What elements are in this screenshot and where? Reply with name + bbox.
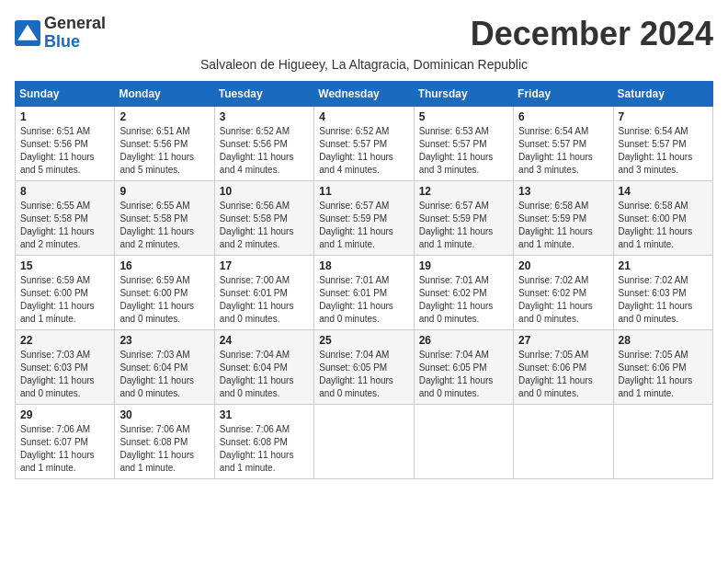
day-info: Sunrise: 7:04 AMSunset: 6:05 PMDaylight:… — [419, 350, 494, 398]
location-subtitle: Salvaleon de Higueey, La Altagracia, Dom… — [15, 57, 713, 72]
day-header-tuesday: Tuesday — [214, 82, 313, 107]
day-info: Sunrise: 6:57 AMSunset: 5:59 PMDaylight:… — [419, 201, 494, 249]
day-number: 17 — [220, 259, 309, 272]
day-info: Sunrise: 6:55 AMSunset: 5:58 PMDaylight:… — [119, 201, 194, 249]
day-info: Sunrise: 7:05 AMSunset: 6:06 PMDaylight:… — [518, 350, 593, 398]
day-number: 24 — [220, 334, 309, 347]
day-header-wednesday: Wednesday — [314, 82, 414, 107]
calendar-cell: 3 Sunrise: 6:52 AMSunset: 5:56 PMDayligh… — [214, 107, 313, 181]
day-header-monday: Monday — [115, 82, 214, 107]
day-info: Sunrise: 6:52 AMSunset: 5:56 PMDaylight:… — [220, 126, 294, 175]
calendar-cell: 12 Sunrise: 6:57 AMSunset: 5:59 PMDaylig… — [414, 181, 513, 256]
day-number: 14 — [619, 185, 708, 198]
day-number: 10 — [220, 185, 309, 198]
day-info: Sunrise: 7:02 AMSunset: 6:02 PMDaylight:… — [518, 275, 593, 324]
calendar-cell: 1 Sunrise: 6:51 AMSunset: 5:56 PMDayligh… — [16, 107, 115, 181]
day-number: 27 — [518, 334, 608, 347]
page-header: General Blue December 2024 — [15, 15, 713, 53]
day-number: 31 — [220, 408, 309, 421]
day-number: 5 — [419, 110, 508, 123]
day-info: Sunrise: 6:59 AMSunset: 6:00 PMDaylight:… — [119, 275, 194, 324]
calendar-cell — [314, 405, 414, 479]
day-info: Sunrise: 6:51 AMSunset: 5:56 PMDaylight:… — [119, 126, 194, 175]
calendar-cell — [414, 405, 513, 479]
day-info: Sunrise: 6:56 AMSunset: 5:58 PMDaylight:… — [220, 201, 294, 249]
calendar-cell: 25 Sunrise: 7:04 AMSunset: 6:05 PMDaylig… — [314, 330, 414, 405]
calendar-cell: 23 Sunrise: 7:03 AMSunset: 6:04 PMDaylig… — [115, 330, 214, 405]
day-number: 26 — [419, 334, 508, 347]
day-info: Sunrise: 6:59 AMSunset: 6:00 PMDaylight:… — [20, 275, 95, 324]
day-number: 7 — [619, 110, 708, 123]
calendar-cell: 5 Sunrise: 6:53 AMSunset: 5:57 PMDayligh… — [414, 107, 513, 181]
day-info: Sunrise: 6:53 AMSunset: 5:57 PMDaylight:… — [419, 126, 494, 175]
day-info: Sunrise: 7:06 AMSunset: 6:08 PMDaylight:… — [119, 424, 194, 473]
calendar-cell: 15 Sunrise: 6:59 AMSunset: 6:00 PMDaylig… — [16, 256, 115, 330]
calendar-cell: 7 Sunrise: 6:54 AMSunset: 5:57 PMDayligh… — [613, 107, 712, 181]
calendar-week-4: 22 Sunrise: 7:03 AMSunset: 6:03 PMDaylig… — [16, 330, 713, 405]
calendar-cell: 9 Sunrise: 6:55 AMSunset: 5:58 PMDayligh… — [115, 181, 214, 256]
day-info: Sunrise: 7:01 AMSunset: 6:01 PMDaylight:… — [319, 275, 393, 324]
calendar-cell: 26 Sunrise: 7:04 AMSunset: 6:05 PMDaylig… — [414, 330, 513, 405]
calendar-cell: 31 Sunrise: 7:06 AMSunset: 6:08 PMDaylig… — [214, 405, 313, 479]
day-number: 29 — [20, 408, 109, 421]
calendar-cell: 11 Sunrise: 6:57 AMSunset: 5:59 PMDaylig… — [314, 181, 414, 256]
calendar-cell: 8 Sunrise: 6:55 AMSunset: 5:58 PMDayligh… — [16, 181, 115, 256]
day-info: Sunrise: 7:05 AMSunset: 6:06 PMDaylight:… — [619, 350, 693, 398]
calendar-header-row: SundayMondayTuesdayWednesdayThursdayFrid… — [16, 82, 713, 107]
calendar-cell: 17 Sunrise: 7:00 AMSunset: 6:01 PMDaylig… — [214, 256, 313, 330]
calendar-cell: 28 Sunrise: 7:05 AMSunset: 6:06 PMDaylig… — [613, 330, 712, 405]
day-number: 21 — [619, 259, 708, 272]
day-number: 11 — [319, 185, 408, 198]
day-header-friday: Friday — [514, 82, 613, 107]
day-info: Sunrise: 6:58 AMSunset: 5:59 PMDaylight:… — [518, 201, 593, 249]
day-number: 15 — [20, 259, 109, 272]
day-number: 3 — [220, 110, 309, 123]
calendar-cell: 6 Sunrise: 6:54 AMSunset: 5:57 PMDayligh… — [514, 107, 613, 181]
day-number: 30 — [119, 408, 209, 421]
day-info: Sunrise: 6:52 AMSunset: 5:57 PMDaylight:… — [319, 126, 393, 175]
logo-icon — [15, 20, 40, 46]
day-number: 12 — [419, 185, 508, 198]
calendar-cell: 24 Sunrise: 7:04 AMSunset: 6:04 PMDaylig… — [214, 330, 313, 405]
calendar-cell: 4 Sunrise: 6:52 AMSunset: 5:57 PMDayligh… — [314, 107, 414, 181]
day-info: Sunrise: 7:06 AMSunset: 6:08 PMDaylight:… — [220, 424, 294, 473]
calendar-week-5: 29 Sunrise: 7:06 AMSunset: 6:07 PMDaylig… — [16, 405, 713, 479]
day-number: 2 — [119, 110, 209, 123]
day-info: Sunrise: 7:04 AMSunset: 6:04 PMDaylight:… — [220, 350, 294, 398]
calendar-week-2: 8 Sunrise: 6:55 AMSunset: 5:58 PMDayligh… — [16, 181, 713, 256]
calendar-cell: 27 Sunrise: 7:05 AMSunset: 6:06 PMDaylig… — [514, 330, 613, 405]
day-info: Sunrise: 7:06 AMSunset: 6:07 PMDaylight:… — [20, 424, 95, 473]
day-info: Sunrise: 6:55 AMSunset: 5:58 PMDaylight:… — [20, 201, 95, 249]
day-header-saturday: Saturday — [613, 82, 712, 107]
day-info: Sunrise: 7:00 AMSunset: 6:01 PMDaylight:… — [220, 275, 294, 324]
day-number: 8 — [20, 185, 109, 198]
day-number: 28 — [619, 334, 708, 347]
day-info: Sunrise: 7:04 AMSunset: 6:05 PMDaylight:… — [319, 350, 393, 398]
day-header-sunday: Sunday — [16, 82, 115, 107]
day-header-thursday: Thursday — [414, 82, 513, 107]
day-number: 25 — [319, 334, 408, 347]
day-number: 1 — [20, 110, 109, 123]
day-info: Sunrise: 7:03 AMSunset: 6:04 PMDaylight:… — [119, 350, 194, 398]
calendar-cell — [514, 405, 613, 479]
day-number: 19 — [419, 259, 508, 272]
calendar-cell: 16 Sunrise: 6:59 AMSunset: 6:00 PMDaylig… — [115, 256, 214, 330]
day-number: 22 — [20, 334, 109, 347]
day-number: 20 — [518, 259, 608, 272]
logo: General Blue — [15, 15, 106, 52]
day-info: Sunrise: 6:54 AMSunset: 5:57 PMDaylight:… — [619, 126, 693, 175]
logo-blue-text: Blue — [44, 32, 80, 51]
day-info: Sunrise: 6:58 AMSunset: 6:00 PMDaylight:… — [619, 201, 693, 249]
day-number: 6 — [518, 110, 608, 123]
day-number: 9 — [119, 185, 209, 198]
day-info: Sunrise: 6:51 AMSunset: 5:56 PMDaylight:… — [20, 126, 95, 175]
day-number: 4 — [319, 110, 408, 123]
calendar-cell: 22 Sunrise: 7:03 AMSunset: 6:03 PMDaylig… — [16, 330, 115, 405]
day-info: Sunrise: 6:57 AMSunset: 5:59 PMDaylight:… — [319, 201, 393, 249]
day-number: 23 — [119, 334, 209, 347]
calendar-cell: 29 Sunrise: 7:06 AMSunset: 6:07 PMDaylig… — [16, 405, 115, 479]
day-number: 13 — [518, 185, 608, 198]
calendar-cell: 2 Sunrise: 6:51 AMSunset: 5:56 PMDayligh… — [115, 107, 214, 181]
day-number: 18 — [319, 259, 408, 272]
day-number: 16 — [119, 259, 209, 272]
